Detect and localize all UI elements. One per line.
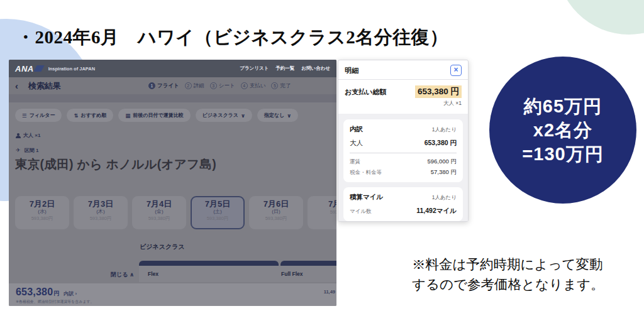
date-card-jul2[interactable]: 7月2日 (水) 593,380円 xyxy=(15,196,69,229)
booking-steps: 1 フライト 2 詳細 3 シート 4 支払い 5 完了 xyxy=(148,77,291,94)
page-title: 検索結果 xyxy=(28,80,61,92)
date-card-jul4[interactable]: 7月4日 (金) 593,380円 xyxy=(132,196,186,229)
seat-spec-dropdown[interactable]: 指定なし ∨ xyxy=(257,109,298,122)
chevron-down-icon: ∨ xyxy=(287,112,291,119)
step-complete: 5 完了 xyxy=(271,82,291,90)
breakdown-link[interactable]: 内訳 › xyxy=(64,290,77,297)
search-result-bar: ‹ 検索結果 1 フライト 2 詳細 3 シート 4 支払い xyxy=(9,77,336,94)
step-4-icon: 4 xyxy=(241,82,248,89)
payment-total-label: お支払い総額 xyxy=(345,87,387,97)
total-price-line: 653,380 円 内訳 › xyxy=(16,286,77,298)
date-card-jul6[interactable]: 7月6日 (日) 593,380円 xyxy=(249,196,303,229)
price-disclaimer: ※料金は予約時期によって変動 するので参考価格となります。 xyxy=(412,255,604,295)
date-tabs: 7月2日 (水) 593,380円 7月3日 (木) 593,380円 7月4日… xyxy=(15,196,336,229)
fare-tab-fullflex[interactable]: Full Flex xyxy=(281,271,303,277)
step-2-icon: 2 xyxy=(185,82,192,89)
payment-total-section: お支払い総額 653,380 円 大人 ×1 xyxy=(338,80,468,110)
date-card-jul5-selected[interactable]: 7月5日 (土) 593,380円 xyxy=(191,196,245,229)
nav-booking-list[interactable]: 予約一覧 xyxy=(275,65,294,72)
adult-label: 大人 xyxy=(350,139,363,148)
detail-panel-header: 明細 × xyxy=(338,60,468,79)
base-fare-label: 運賃 xyxy=(350,158,360,166)
adult-fare-value: 653,380 円 xyxy=(425,139,457,148)
step-3-icon: 3 xyxy=(210,82,217,89)
filter-chip-row: ☰ フィルター ⇅ おすすめ順 ▦ 前後の日付で運賃比較 ビジネスクラス ∨ 指… xyxy=(15,109,298,122)
step-flight: 1 フライト xyxy=(148,82,179,90)
cabin-class-label: ビジネスクラス xyxy=(140,243,185,251)
filter-button[interactable]: ☰ フィルター xyxy=(15,109,62,122)
sort-icon: ⇅ xyxy=(74,112,78,119)
back-icon[interactable]: ‹ xyxy=(15,81,18,90)
payment-total-value: 653,380 円 xyxy=(415,85,462,98)
fare-column-bar-flex xyxy=(139,261,279,266)
tax-fee-value: 57,380 円 xyxy=(431,168,457,177)
tax-fee-label: 税金・料金等 xyxy=(350,169,382,177)
breakdown-card: 内訳 1人あたり 大人 653,380 円 運賃 596,000 円 税金・料金… xyxy=(343,119,463,182)
slide-title: ・2024年6月 ハワイ（ビジネスクラス2名分往復） xyxy=(16,25,448,50)
miles-card: 積算マイル 1人あたり マイル数 11,492マイル xyxy=(343,187,463,221)
total-price: 653,380 xyxy=(16,286,53,298)
step-seat: 3 シート xyxy=(210,82,235,90)
sort-button[interactable]: ⇅ おすすめ順 xyxy=(67,109,113,122)
route-heading: 東京(成田) から ホノルル(オアフ島) xyxy=(15,156,216,173)
fare-tabs-row: Flex Full Flex xyxy=(139,266,336,282)
divider xyxy=(350,153,457,153)
cabin-class-dropdown[interactable]: ビジネスクラス ∨ xyxy=(196,109,252,122)
miles-count-label: マイル数 xyxy=(350,208,372,216)
fare-tab-flex[interactable]: Flex xyxy=(148,271,158,277)
step-details: 2 詳細 xyxy=(185,82,204,90)
ana-top-nav: プランリスト 予約一覧 お問い合わせ xyxy=(240,65,330,72)
yen-unit: 円 xyxy=(53,290,59,298)
miles-clipped-text: 11,49 xyxy=(324,289,335,295)
slide: ・2024年6月 ハワイ（ビジネスクラス2名分往復） ANA Inspirati… xyxy=(0,0,644,311)
detail-panel-body: 内訳 1人あたり 大人 653,380 円 運賃 596,000 円 税金・料金… xyxy=(338,114,468,222)
ana-logo-text: ANA xyxy=(15,64,34,74)
price-highlight-circle: 約65万円 x2名分 =130万円 xyxy=(489,57,636,204)
chevron-down-icon: ∨ xyxy=(241,112,245,119)
ana-logo-slash-icon xyxy=(33,65,44,72)
miles-count-value: 11,492マイル xyxy=(416,207,457,216)
segment-label: ✈ 区間 1 xyxy=(16,147,38,154)
ana-header-bar: ANA Inspiration of JAPAN プランリスト 予約一覧 お問い… xyxy=(9,60,336,77)
breakdown-header: 内訳 xyxy=(350,125,363,134)
step-5-icon: 5 xyxy=(271,82,278,89)
step-1-icon: 1 xyxy=(148,82,155,89)
price-circle-line1: 約65万円 xyxy=(524,94,602,118)
ana-screenshot: ANA Inspiration of JAPAN プランリスト 予約一覧 お問い… xyxy=(9,60,336,306)
miles-header: 積算マイル xyxy=(350,193,383,202)
nav-plan-list[interactable]: プランリスト xyxy=(240,65,269,72)
date-card-jul3[interactable]: 7月3日 (木) 593,380円 xyxy=(74,196,128,229)
tax-note: ※各種税金、燃油特別付加運賃等を含みます。 xyxy=(16,299,94,305)
price-summary-strip: 653,380 円 内訳 › ※各種税金、燃油特別付加運賃等を含みます。 11,… xyxy=(9,283,336,306)
clipped-info-strip xyxy=(9,94,336,102)
plane-icon: ✈ xyxy=(16,147,21,153)
fare-column-bar-fullflex xyxy=(280,261,336,266)
price-circle-line2: x2名分 xyxy=(533,118,592,142)
date-card-clipped[interactable]: 7月 593, xyxy=(308,196,336,229)
decor-circle-mint xyxy=(557,0,644,35)
fare-compare-button[interactable]: ▦ 前後の日付で運賃比較 xyxy=(118,109,190,122)
nav-contact[interactable]: お問い合わせ xyxy=(301,65,330,72)
ana-tagline: Inspiration of JAPAN xyxy=(48,66,95,72)
fare-detail-panel: 明細 × お支払い総額 653,380 円 大人 ×1 内訳 1人あたり 大人 … xyxy=(338,60,469,222)
close-icon[interactable]: × xyxy=(450,65,462,76)
close-fares-link[interactable]: 閉じる ∧ xyxy=(111,271,134,279)
person-icon xyxy=(16,133,21,138)
detail-panel-title: 明細 xyxy=(345,66,358,75)
price-circle-line3: =130万円 xyxy=(522,142,603,166)
ana-logo[interactable]: ANA xyxy=(15,64,43,74)
calendar-icon: ▦ xyxy=(125,112,130,119)
passenger-count: 大人 ×1 xyxy=(16,132,40,139)
payment-total-per: 大人 ×1 xyxy=(345,100,462,107)
step-payment: 4 支払い xyxy=(241,82,266,90)
base-fare-value: 596,000 円 xyxy=(428,158,457,166)
filter-icon: ☰ xyxy=(22,112,27,119)
